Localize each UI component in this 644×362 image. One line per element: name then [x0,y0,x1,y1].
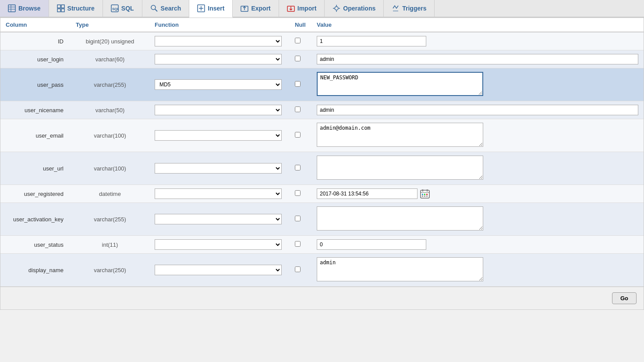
cell-null[interactable] [290,101,311,119]
cell-null[interactable] [290,254,311,287]
cell-null[interactable] [290,203,311,236]
cell-null[interactable] [290,50,311,68]
cell-null[interactable] [290,152,311,185]
cell-column-type: varchar(100) [71,152,149,185]
cell-value[interactable] [311,152,644,185]
cell-value[interactable] [311,119,644,152]
cell-function[interactable]: MD5AES_ENCRYPTPASSWORDNOW()CURDATE()UUID… [149,254,290,287]
cell-value[interactable] [311,203,644,236]
tab-browse[interactable]: Browse [0,0,49,17]
cell-function[interactable]: MD5AES_ENCRYPTPASSWORDNOW()CURDATE()UUID… [149,32,290,50]
tab-search[interactable]: Search [142,0,190,17]
value-textarea[interactable] [317,123,483,147]
table-row: user_registereddatetimeMD5AES_ENCRYPTPAS… [0,185,644,203]
cell-column-name: user_registered [0,185,71,203]
cell-column-type: varchar(50) [71,101,149,119]
cell-function[interactable]: MD5AES_ENCRYPTPASSWORDNOW()CURDATE()UUID… [149,203,290,236]
main-content: Column Type Function Null Value IDbigint… [0,18,644,310]
null-checkbox[interactable] [295,38,301,43]
cell-column-type: bigint(20) unsigned [71,32,149,50]
function-select[interactable]: MD5AES_ENCRYPTPASSWORDNOW()CURDATE()UUID… [155,79,282,90]
value-textarea[interactable] [317,257,483,281]
cell-null[interactable] [290,236,311,254]
function-select[interactable]: MD5AES_ENCRYPTPASSWORDNOW()CURDATE()UUID… [155,214,282,224]
cell-column-name: user_email [0,119,71,152]
null-checkbox[interactable] [295,165,301,170]
export-icon [241,4,248,12]
import-icon [287,4,295,12]
datetime-input[interactable] [317,188,418,199]
cell-function[interactable]: MD5AES_ENCRYPTPASSWORDNOW()CURDATE()UUID… [149,236,290,254]
value-textarea-focused[interactable] [317,72,483,96]
tab-triggers[interactable]: Triggers [384,0,435,17]
cell-value[interactable] [311,50,644,68]
tab-export[interactable]: Export [233,0,279,17]
cell-null[interactable] [290,185,311,203]
value-input[interactable] [317,239,426,250]
table-row: display_namevarchar(250)MD5AES_ENCRYPTPA… [0,254,644,287]
cell-function[interactable]: MD5AES_ENCRYPTPASSWORDNOW()CURDATE()UUID… [149,50,290,68]
cell-column-name: user_activation_key [0,203,71,236]
null-checkbox[interactable] [295,216,301,221]
null-checkbox[interactable] [295,56,301,61]
triggers-icon [392,4,400,12]
cell-column-name: ID [0,32,71,50]
svg-rect-28 [424,194,425,195]
calendar-icon[interactable] [420,189,430,199]
tab-insert[interactable]: Insert [189,0,233,18]
tab-sql[interactable]: SQL SQL [103,0,142,17]
function-select[interactable]: MD5AES_ENCRYPTPASSWORDNOW()CURDATE()UUID… [155,188,282,199]
cell-null[interactable] [290,32,311,50]
tab-operations[interactable]: Operations [325,0,384,17]
function-select[interactable]: MD5AES_ENCRYPTPASSWORDNOW()CURDATE()UUID… [155,265,282,275]
cell-value[interactable] [311,185,644,203]
go-button[interactable]: Go [612,292,637,304]
col-header-value: Value [311,18,644,32]
operations-icon [333,4,340,12]
cell-column-type: varchar(255) [71,68,149,101]
tab-browse-label: Browse [18,5,41,12]
cell-function[interactable]: MD5AES_ENCRYPTPASSWORDNOW()CURDATE()UUID… [149,101,290,119]
svg-rect-30 [422,195,423,197]
value-textarea[interactable] [317,156,483,180]
cell-value[interactable] [311,101,644,119]
function-select[interactable]: MD5AES_ENCRYPTPASSWORDNOW()CURDATE()UUID… [155,54,282,64]
svg-rect-7 [61,9,64,12]
table-row: user_activation_keyvarchar(255)MD5AES_EN… [0,203,644,236]
null-checkbox[interactable] [295,241,301,247]
value-input[interactable] [317,36,426,46]
cell-value[interactable] [311,32,644,50]
null-checkbox[interactable] [295,106,301,112]
cell-null[interactable] [290,119,311,152]
cell-value[interactable] [311,254,644,287]
value-input[interactable] [317,54,638,64]
cell-function[interactable]: MD5AES_ENCRYPTPASSWORDNOW()CURDATE()UUID… [149,185,290,203]
value-textarea[interactable] [317,206,483,231]
null-checkbox[interactable] [295,81,301,87]
cell-function[interactable]: MD5AES_ENCRYPTPASSWORDNOW()CURDATE()UUID… [149,68,290,101]
null-checkbox[interactable] [295,190,301,196]
function-select[interactable]: MD5AES_ENCRYPTPASSWORDNOW()CURDATE()UUID… [155,239,282,250]
function-select[interactable]: MD5AES_ENCRYPTPASSWORDNOW()CURDATE()UUID… [155,36,282,46]
cell-column-name: user_url [0,152,71,185]
cell-function[interactable]: MD5AES_ENCRYPTPASSWORDNOW()CURDATE()UUID… [149,152,290,185]
null-checkbox[interactable] [295,266,301,272]
function-select[interactable]: MD5AES_ENCRYPTPASSWORDNOW()CURDATE()UUID… [155,130,282,141]
tab-structure[interactable]: Structure [49,0,103,17]
svg-point-19 [335,7,338,10]
cell-value[interactable] [311,236,644,254]
cell-function[interactable]: MD5AES_ENCRYPTPASSWORDNOW()CURDATE()UUID… [149,119,290,152]
cell-column-type: varchar(250) [71,254,149,287]
function-select[interactable]: MD5AES_ENCRYPTPASSWORDNOW()CURDATE()UUID… [155,163,282,174]
table-row: user_statusint(11)MD5AES_ENCRYPTPASSWORD… [0,236,644,254]
null-checkbox[interactable] [295,132,301,138]
tab-search-label: Search [161,5,181,12]
tab-triggers-label: Triggers [402,5,426,12]
cell-column-name: user_pass [0,68,71,101]
cell-value[interactable] [311,68,644,101]
tab-import[interactable]: Import [279,0,325,17]
function-select[interactable]: MD5AES_ENCRYPTPASSWORDNOW()CURDATE()UUID… [155,105,282,115]
cell-null[interactable] [290,68,311,101]
col-header-null: Null [290,18,311,32]
value-input[interactable] [317,105,638,115]
